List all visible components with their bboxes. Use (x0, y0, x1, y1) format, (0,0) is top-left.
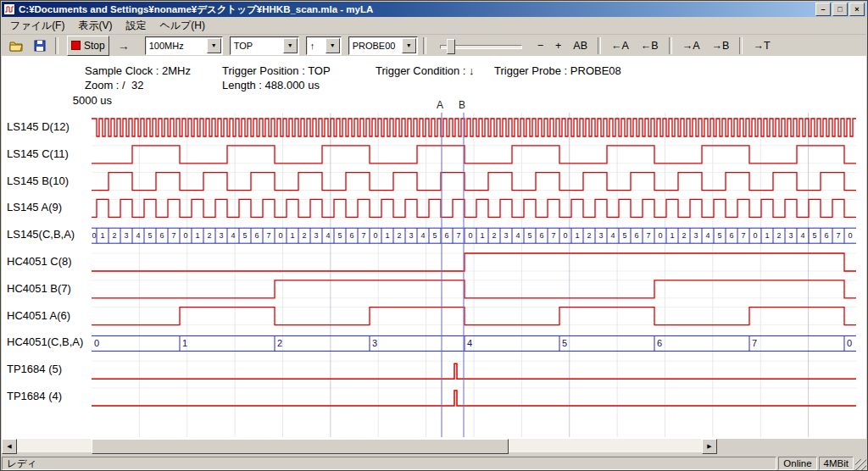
menu-item[interactable]: 設定 (119, 17, 153, 35)
dropdown-arrow-icon[interactable]: ▼ (326, 38, 340, 53)
probe-select[interactable]: PROBE00 ▼ (348, 36, 418, 55)
toolbar-separator (598, 37, 601, 54)
toolbar-separator (739, 37, 743, 54)
time-start-label: 5000 us (54, 94, 112, 107)
channel-label: TP1684 (5) (7, 363, 62, 375)
status-online-badge: Online (778, 457, 816, 470)
scrollbar-thumb[interactable] (92, 439, 509, 454)
zoom-text: Zoom : / 32 (85, 79, 143, 91)
trigger-position-text: Trigger Position : TOP (222, 64, 331, 77)
menu-item[interactable]: ファイル(F) (3, 17, 71, 35)
ab-button[interactable]: AB (568, 36, 593, 56)
run-button[interactable]: → (111, 36, 136, 56)
open-folder-icon (9, 40, 24, 52)
horizontal-scrollbar[interactable]: ◀ ▶ (2, 439, 717, 452)
trigger-condition-text: Trigger Condition : ↓ (376, 64, 475, 77)
maximize-button[interactable]: □ (832, 3, 848, 16)
dropdown-arrow-icon[interactable]: ▼ (402, 38, 416, 53)
toolbar: Stop → 100MHz ▼ TOP ▼ ↑ ▼ PROBE00 ▼ − + … (2, 35, 866, 56)
close-button[interactable]: × (849, 3, 865, 16)
forward-marker-b-button[interactable]: →B (707, 36, 735, 56)
clock-select[interactable]: 100MHz ▼ (145, 36, 223, 55)
status-memory-badge: 4MBit (819, 457, 854, 470)
status-ready-text: レディ (2, 457, 776, 470)
toolbar-separator (423, 37, 426, 54)
app-icon (3, 3, 15, 15)
save-button[interactable] (30, 36, 50, 56)
window-title: C:¥Documents and Settings¥noname¥デスクトップ¥… (19, 3, 812, 16)
zoom-out-button[interactable]: − (532, 36, 548, 56)
channel-label: HC4051 C(8) (7, 255, 72, 268)
resize-grip[interactable] (855, 459, 866, 470)
channel-label: LS145 B(10) (7, 175, 69, 187)
trigger-probe-text: Trigger Probe : PROBE08 (494, 64, 621, 77)
sample-clock-text: Sample Clock : 2MHz (85, 64, 191, 77)
dropdown-arrow-icon[interactable]: ▼ (283, 38, 298, 53)
channel-label: TP1684 (4) (7, 390, 62, 402)
length-text: Length : 488.000 us (222, 79, 320, 91)
stop-icon (71, 41, 81, 50)
channel-label: LS145 A(9) (7, 201, 62, 213)
title-bar[interactable]: C:¥Documents and Settings¥noname¥デスクトップ¥… (2, 2, 866, 17)
app-window: C:¥Documents and Settings¥noname¥デスクトップ¥… (0, 0, 868, 471)
menu-item[interactable]: ヘルプ(H) (153, 17, 212, 35)
goto-trigger-button[interactable]: →T (748, 36, 775, 56)
zoom-slider[interactable] (437, 37, 526, 54)
menu-item[interactable]: 表示(V) (71, 17, 119, 35)
waveform-area[interactable] (92, 113, 856, 438)
status-bar: レディ Online 4MBit (2, 456, 866, 470)
scroll-left-icon[interactable]: ◀ (2, 439, 17, 454)
scroll-right-icon[interactable]: ▶ (702, 439, 717, 454)
trigger-position-select[interactable]: TOP ▼ (230, 36, 299, 55)
slider-thumb[interactable] (447, 39, 455, 54)
goto-marker-a-button[interactable]: ←A (606, 36, 634, 56)
channel-label: HC4051 B(7) (7, 282, 71, 295)
forward-marker-a-button[interactable]: →A (677, 36, 705, 56)
trigger-edge-select[interactable]: ↑ ▼ (306, 36, 342, 55)
goto-marker-b-button[interactable]: ←B (636, 36, 664, 56)
menu-bar: ファイル(F)表示(V)設定ヘルプ(H) (2, 17, 866, 35)
stop-button[interactable]: Stop (67, 36, 109, 56)
minimize-button[interactable]: – (815, 3, 831, 16)
dropdown-arrow-icon[interactable]: ▼ (207, 38, 221, 53)
window-controls: – □ × (815, 3, 865, 16)
channel-label: HC4051 A(6) (7, 309, 70, 322)
open-button[interactable] (5, 36, 28, 56)
zoom-in-button[interactable]: + (550, 36, 566, 56)
toolbar-separator (669, 37, 672, 54)
toolbar-separator (55, 37, 58, 54)
channel-label: LS145 C(11) (7, 147, 69, 160)
channel-label: HC4051(C,B,A) (7, 335, 83, 348)
floppy-icon (34, 40, 46, 52)
channel-label: LS145(C,B,A) (7, 228, 75, 241)
channel-label: LS145 D(12) (7, 120, 70, 133)
